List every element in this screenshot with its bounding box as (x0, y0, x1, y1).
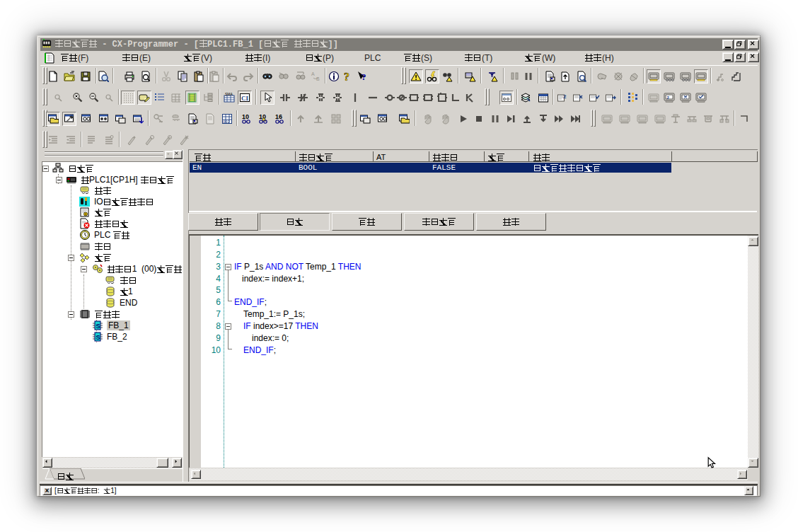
svg-text:16: 16 (275, 113, 282, 120)
svg-text:S: S (96, 323, 100, 330)
svg-text:A: A (311, 71, 315, 76)
svg-text:SMA: SMA (225, 92, 233, 96)
svg-text:?: ? (362, 71, 366, 82)
svg-text:CI: CI (241, 95, 248, 102)
svg-text:002: 002 (223, 120, 230, 125)
svg-text:S: S (96, 334, 100, 341)
svg-text:10: 10 (242, 113, 249, 120)
svg-text:?: ? (344, 71, 349, 82)
svg-text:2: 2 (563, 93, 567, 100)
